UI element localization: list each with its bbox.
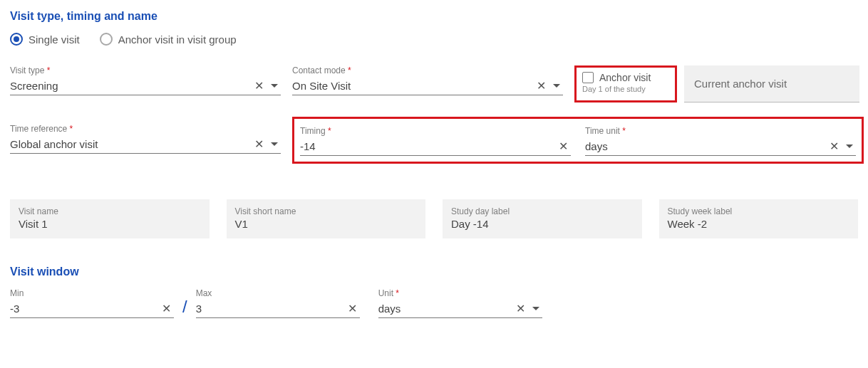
- chevron-down-icon[interactable]: [532, 307, 539, 310]
- window-min-field[interactable]: Min ✕: [10, 288, 174, 318]
- timing-input[interactable]: [300, 140, 556, 152]
- clear-icon[interactable]: ✕: [534, 79, 549, 93]
- field-label: Unit *: [378, 288, 542, 298]
- window-min-input[interactable]: [10, 303, 159, 315]
- field-label: Contact mode *: [292, 65, 563, 75]
- field-value: Screening: [10, 80, 252, 92]
- required-asterisk-icon: *: [47, 65, 51, 75]
- visit-type-field[interactable]: Visit type * Screening ✕: [10, 65, 281, 95]
- window-max-field[interactable]: Max ✕: [196, 288, 360, 318]
- radio-anchor-visit-group[interactable]: Anchor visit in visit group: [100, 33, 237, 46]
- timing-field[interactable]: Timing * ✕: [300, 126, 571, 156]
- field-label: Time reference *: [10, 124, 281, 134]
- window-unit-field[interactable]: Unit * days ✕: [378, 288, 542, 318]
- field-value: days: [585, 140, 827, 152]
- info-value: Week -2: [668, 218, 850, 230]
- info-label: Visit name: [19, 206, 201, 216]
- field-label: Timing *: [300, 126, 571, 136]
- info-label: Study week label: [668, 206, 850, 216]
- window-max-input[interactable]: [196, 303, 345, 315]
- required-asterisk-icon: *: [328, 126, 331, 136]
- study-week-label-box: Study week label Week -2: [659, 199, 859, 238]
- clear-icon[interactable]: ✕: [345, 302, 360, 315]
- clear-icon[interactable]: ✕: [556, 140, 571, 153]
- anchor-visit-checkbox[interactable]: Anchor visit: [582, 72, 669, 83]
- chevron-down-icon[interactable]: [271, 142, 278, 146]
- chevron-down-icon[interactable]: [553, 84, 560, 88]
- section-title-visit: Visit type, timing and name: [10, 10, 858, 23]
- current-anchor-visit-display: Current anchor visit: [684, 65, 859, 102]
- radio-label: Anchor visit in visit group: [118, 33, 237, 46]
- clear-icon[interactable]: ✕: [513, 302, 528, 315]
- anchor-visit-highlight: Anchor visit Day 1 of the study: [574, 65, 677, 102]
- info-value: Visit 1: [19, 218, 201, 230]
- required-asterisk-icon: *: [348, 65, 351, 75]
- chevron-down-icon[interactable]: [271, 84, 278, 88]
- field-value: Global anchor visit: [10, 138, 252, 150]
- checkbox-label: Anchor visit: [599, 72, 651, 83]
- field-label: Visit type *: [10, 65, 281, 75]
- slash-divider-icon: /: [180, 297, 190, 318]
- info-value: V1: [235, 218, 418, 230]
- section-title-window: Visit window: [10, 266, 858, 278]
- required-asterisk-icon: *: [70, 124, 73, 134]
- clear-icon[interactable]: ✕: [159, 302, 174, 315]
- timing-highlight: Timing * ✕ Time unit * days ✕: [292, 117, 864, 164]
- radio-label: Single visit: [29, 33, 80, 46]
- time-unit-field[interactable]: Time unit * days ✕: [585, 126, 856, 156]
- radio-icon: [100, 33, 113, 46]
- generated-labels-row: Visit name Visit 1 Visit short name V1 S…: [10, 199, 858, 238]
- required-asterisk-icon: *: [396, 288, 399, 298]
- radio-icon: [10, 33, 23, 46]
- field-value: On Site Visit: [292, 80, 534, 92]
- info-value: Day -14: [451, 218, 634, 230]
- visit-short-name-box: Visit short name V1: [227, 199, 426, 238]
- visit-kind-radio-group: Single visit Anchor visit in visit group: [10, 33, 858, 46]
- info-label: Visit short name: [235, 206, 418, 216]
- visit-name-box: Visit name Visit 1: [10, 199, 210, 238]
- field-label: Max: [196, 288, 360, 298]
- contact-mode-field[interactable]: Contact mode * On Site Visit ✕: [292, 65, 563, 95]
- required-asterisk-icon: *: [622, 126, 626, 136]
- clear-icon[interactable]: ✕: [252, 79, 267, 93]
- clear-icon[interactable]: ✕: [827, 140, 842, 153]
- field-label: Time unit *: [585, 126, 856, 136]
- clear-icon[interactable]: ✕: [252, 137, 267, 151]
- chevron-down-icon[interactable]: [846, 144, 853, 148]
- checkbox-icon: [582, 72, 594, 83]
- study-day-label-box: Study day label Day -14: [443, 199, 642, 238]
- radio-single-visit[interactable]: Single visit: [10, 33, 80, 46]
- anchor-visit-subtext: Day 1 of the study: [582, 85, 669, 93]
- field-value: days: [378, 303, 513, 315]
- time-reference-field[interactable]: Time reference * Global anchor visit ✕: [10, 124, 281, 154]
- info-label: Study day label: [451, 206, 634, 216]
- field-label: Min: [10, 288, 174, 298]
